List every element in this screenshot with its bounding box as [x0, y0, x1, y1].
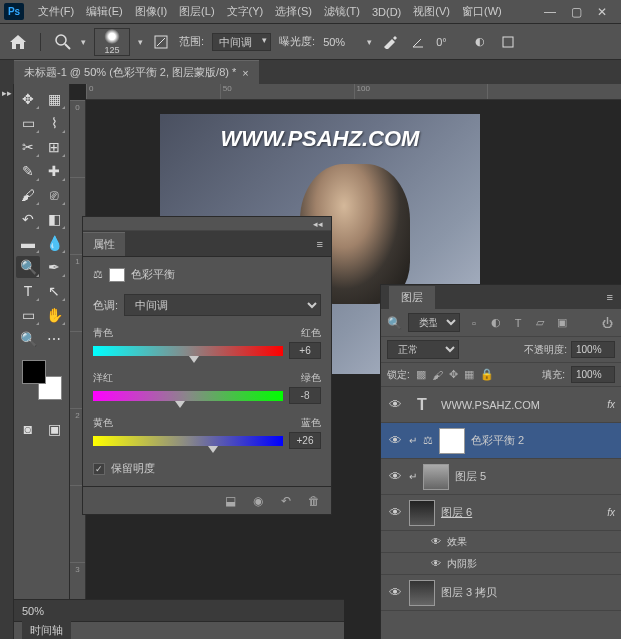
quick-mask-icon[interactable]: ◙ — [16, 418, 40, 440]
eyedropper-tool[interactable]: ✎ — [16, 160, 40, 182]
clip-to-layer-icon[interactable]: ⬓ — [221, 493, 239, 509]
hand-tool[interactable]: ✋ — [42, 304, 66, 326]
lasso-tool[interactable]: ⌇ — [42, 112, 66, 134]
tone-select[interactable]: 中间调 — [124, 294, 321, 316]
menu-type[interactable]: 文字(Y) — [221, 1, 270, 22]
layer-row[interactable]: 👁 图层 3 拷贝 — [381, 575, 621, 611]
path-select-tool[interactable]: ↖ — [42, 280, 66, 302]
visibility-icon[interactable]: 👁 — [387, 397, 403, 412]
home-icon[interactable] — [8, 32, 28, 52]
mask-thumb[interactable] — [439, 428, 465, 454]
menu-3d[interactable]: 3D(D) — [366, 3, 407, 21]
layer-row[interactable]: 👁 T WWW.PSAHZ.COM fx — [381, 387, 621, 423]
type-tool[interactable]: T — [16, 280, 40, 302]
expand-icon[interactable]: ▸▸ — [0, 84, 13, 98]
layer-row[interactable]: 👁 ↵ 图层 5 — [381, 459, 621, 495]
fx-badge[interactable]: fx — [607, 507, 615, 518]
layer-thumb[interactable] — [409, 500, 435, 526]
yellow-blue-slider[interactable] — [93, 436, 283, 446]
timeline-tab[interactable]: 时间轴 — [22, 621, 71, 639]
move-tool[interactable]: ✥ — [16, 88, 40, 110]
layer-row[interactable]: 👁 图层 6 fx — [381, 495, 621, 531]
layer-thumb[interactable] — [423, 464, 449, 490]
properties-tab[interactable]: 属性 — [83, 232, 125, 256]
cyan-red-slider[interactable] — [93, 346, 283, 356]
panel-menu-icon[interactable]: ≡ — [317, 238, 323, 250]
reset-icon[interactable]: ↶ — [277, 493, 295, 509]
layer-name[interactable]: 图层 3 拷贝 — [441, 585, 615, 600]
lock-pixels-icon[interactable]: 🖌 — [432, 369, 443, 381]
fill-input[interactable] — [571, 366, 615, 383]
dodge-tool-icon[interactable] — [53, 32, 73, 52]
zoom-level[interactable]: 50% — [22, 605, 44, 617]
airbrush-icon[interactable] — [380, 32, 400, 52]
menu-image[interactable]: 图像(I) — [129, 1, 173, 22]
color-swatches[interactable] — [22, 360, 62, 400]
slider-value[interactable]: +26 — [289, 432, 321, 449]
frame-tool[interactable]: ⊞ — [42, 136, 66, 158]
close-button[interactable]: ✕ — [595, 5, 609, 19]
menu-filter[interactable]: 滤镜(T) — [318, 1, 366, 22]
history-brush-tool[interactable]: ↶ — [16, 208, 40, 230]
layer-thumb[interactable] — [409, 580, 435, 606]
layer-name[interactable]: WWW.PSAHZ.COM — [441, 399, 601, 411]
menu-edit[interactable]: 编辑(E) — [80, 1, 129, 22]
maximize-button[interactable]: ▢ — [569, 5, 583, 19]
exposure-input[interactable] — [323, 36, 359, 48]
gradient-tool[interactable]: ▬ — [16, 232, 40, 254]
layer-effect-item[interactable]: 👁内阴影 — [381, 553, 621, 575]
fx-badge[interactable]: fx — [607, 399, 615, 410]
foreground-color-swatch[interactable] — [22, 360, 46, 384]
edit-toolbar[interactable]: ⋯ — [42, 328, 66, 350]
shape-tool[interactable]: ▭ — [16, 304, 40, 326]
menu-view[interactable]: 视图(V) — [407, 1, 456, 22]
pen-tool[interactable]: ✒ — [42, 256, 66, 278]
filter-adjust-icon[interactable]: ◐ — [488, 316, 504, 330]
brush-tool[interactable]: 🖌 — [16, 184, 40, 206]
collapse-icon[interactable]: ◂◂ — [83, 217, 331, 231]
visibility-icon[interactable]: 👁 — [387, 433, 403, 448]
visibility-icon[interactable]: 👁 — [387, 469, 403, 484]
layer-row[interactable]: 👁 ↵ ⚖ 色彩平衡 2 — [381, 423, 621, 459]
blur-tool[interactable]: 💧 — [42, 232, 66, 254]
menu-file[interactable]: 文件(F) — [32, 1, 80, 22]
filter-shape-icon[interactable]: ▱ — [532, 316, 548, 330]
protect-tones-icon[interactable] — [498, 32, 518, 52]
delete-icon[interactable]: 🗑 — [305, 493, 323, 509]
layer-name[interactable]: 色彩平衡 2 — [471, 433, 615, 448]
lock-artboard-icon[interactable]: ▦ — [464, 368, 474, 381]
brush-panel-icon[interactable] — [151, 32, 171, 52]
view-previous-icon[interactable]: ◉ — [249, 493, 267, 509]
filter-image-icon[interactable]: ▫ — [466, 316, 482, 330]
angle-input[interactable] — [436, 36, 462, 48]
eraser-tool[interactable]: ◧ — [42, 208, 66, 230]
marquee-tool[interactable]: ▭ — [16, 112, 40, 134]
menu-select[interactable]: 选择(S) — [269, 1, 318, 22]
visibility-icon[interactable]: 👁 — [431, 558, 441, 569]
zoom-tool[interactable]: 🔍 — [16, 328, 40, 350]
layers-tab[interactable]: 图层 — [389, 286, 435, 309]
opacity-input[interactable] — [571, 341, 615, 358]
filter-type-select[interactable]: 类型 — [408, 313, 460, 332]
brush-preview[interactable]: 125 — [94, 28, 130, 56]
lock-all-icon[interactable]: 🔒 — [480, 368, 494, 381]
layer-effects-heading[interactable]: 👁效果 — [381, 531, 621, 553]
visibility-icon[interactable]: 👁 — [431, 536, 441, 547]
slider-value[interactable]: +6 — [289, 342, 321, 359]
preserve-luminosity-checkbox[interactable]: ✓ — [93, 463, 105, 475]
menu-layer[interactable]: 图层(L) — [173, 1, 220, 22]
pressure-icon[interactable]: ◐ — [470, 32, 490, 52]
layers-menu-icon[interactable]: ≡ — [607, 291, 621, 303]
document-tab[interactable]: 未标题-1 @ 50% (色彩平衡 2, 图层蒙版/8) * × — [14, 60, 259, 84]
lock-position-icon[interactable]: ✥ — [449, 368, 458, 381]
artboard-tool[interactable]: ▦ — [42, 88, 66, 110]
blend-mode-select[interactable]: 正常 — [387, 340, 459, 359]
healing-tool[interactable]: ✚ — [42, 160, 66, 182]
layer-name[interactable]: 图层 5 — [455, 469, 615, 484]
stamp-tool[interactable]: ⎚ — [42, 184, 66, 206]
range-select[interactable]: 中间调 — [212, 33, 271, 51]
magenta-green-slider[interactable] — [93, 391, 283, 401]
visibility-icon[interactable]: 👁 — [387, 585, 403, 600]
slider-value[interactable]: -8 — [289, 387, 321, 404]
filter-toggle-icon[interactable]: ⏻ — [599, 316, 615, 330]
